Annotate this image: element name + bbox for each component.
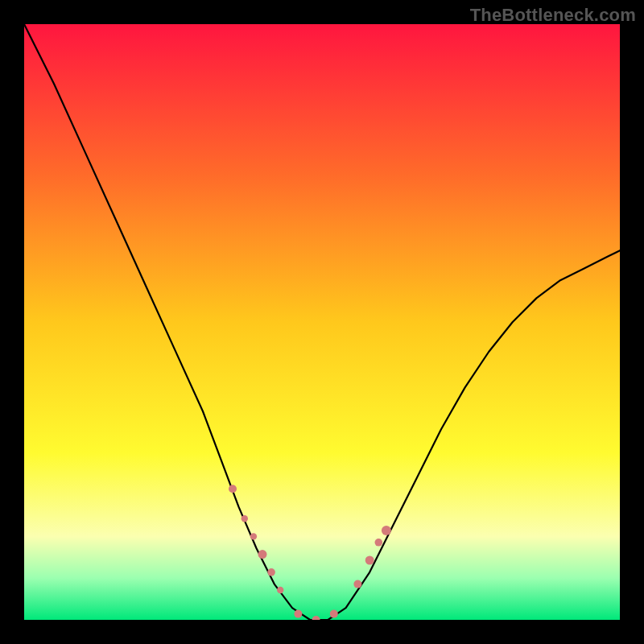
marker-dot [330, 610, 338, 618]
watermark-text: TheBottleneck.com [470, 5, 636, 26]
marker-dot [277, 587, 283, 593]
chart-frame: TheBottleneck.com [0, 0, 644, 644]
chart-svg [24, 24, 620, 620]
marker-dot [242, 515, 248, 522]
plot-area [24, 24, 620, 620]
marker-dot [258, 550, 267, 559]
gradient-background [24, 24, 620, 620]
marker-dot [375, 539, 383, 547]
marker-dot [294, 610, 302, 618]
marker-dot [365, 556, 374, 565]
marker-dot [229, 485, 237, 493]
marker-dot [353, 580, 361, 588]
marker-dot [267, 568, 275, 576]
marker-dot [250, 533, 257, 539]
marker-dot [382, 526, 391, 535]
